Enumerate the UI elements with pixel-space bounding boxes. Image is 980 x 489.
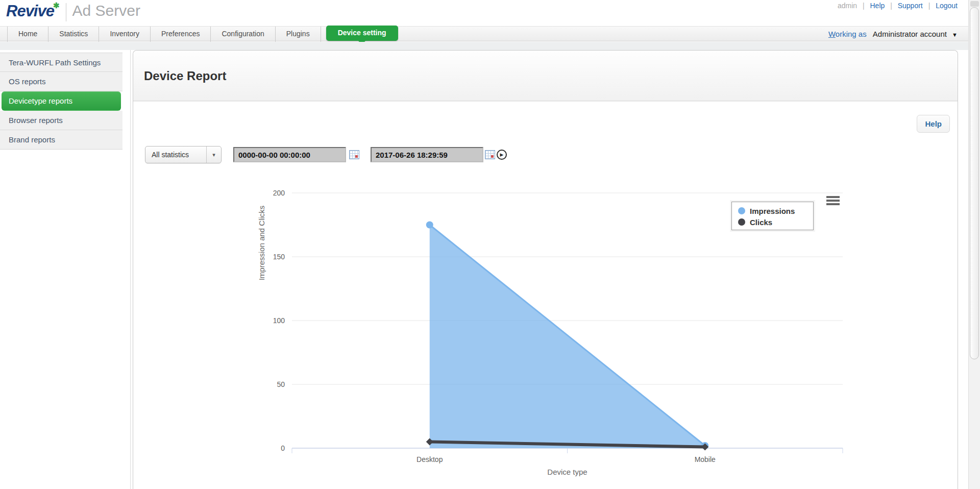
- tab-device-setting[interactable]: Device setting: [326, 26, 398, 41]
- user-links: admin | Help | Support | Logout: [838, 2, 958, 10]
- date-from-input[interactable]: [233, 147, 346, 162]
- revive-logo: Revive ✱ Ad Server: [6, 2, 140, 21]
- logo-product-text: Ad Server: [72, 2, 140, 19]
- logo-brand-text: Revive: [6, 2, 54, 20]
- support-link[interactable]: Support: [898, 2, 923, 10]
- sidebar-item-browser-reports[interactable]: Browser reports: [0, 111, 122, 130]
- calendar-icon[interactable]: [349, 150, 359, 159]
- caret-down-icon: ▾: [206, 146, 221, 163]
- tab-configuration[interactable]: Configuration: [211, 27, 275, 42]
- device-report-chart: 050100150200DesktopMobileDevice typeImpr…: [154, 187, 858, 488]
- legend-label: Clicks: [750, 218, 772, 227]
- logo-star-icon: ✱: [53, 1, 60, 10]
- logo-divider: [66, 3, 66, 21]
- svg-text:Impression and Clicks: Impression and Clicks: [257, 206, 266, 281]
- svg-text:100: 100: [273, 316, 285, 325]
- scrollbar-cap: [970, 1, 979, 7]
- run-report-icon[interactable]: ▶: [497, 150, 507, 160]
- sidebar-item-brand-reports[interactable]: Brand reports: [0, 130, 122, 150]
- statistics-select[interactable]: All statistics ▾: [145, 146, 222, 163]
- svg-text:Device type: Device type: [547, 468, 587, 476]
- filter-bar: All statistics ▾ ▶: [133, 146, 958, 166]
- page-scrollbar[interactable]: [968, 0, 980, 489]
- calendar-icon[interactable]: [485, 150, 495, 159]
- tab-preferences[interactable]: Preferences: [151, 27, 211, 42]
- date-to-input[interactable]: [371, 147, 483, 162]
- main-nav-tabbar: Home Statistics Inventory Preferences Co…: [0, 26, 980, 41]
- link-separator: |: [863, 2, 865, 10]
- working-as-control[interactable]: Working as Administrator account ▼: [828, 27, 958, 42]
- link-separator: |: [928, 2, 930, 10]
- help-link[interactable]: Help: [870, 2, 885, 10]
- sidebar-item-os-reports[interactable]: OS reports: [0, 72, 122, 91]
- sidebar-menu: Tera-WURFL Path Settings OS reports Devi…: [0, 53, 122, 150]
- working-as-link[interactable]: Working as: [828, 30, 867, 38]
- logout-link[interactable]: Logout: [936, 2, 958, 10]
- username-label: admin: [838, 2, 857, 10]
- sidebar: Tera-WURFL Path Settings OS reports Devi…: [0, 50, 131, 489]
- account-name-label: Administrator account: [873, 30, 947, 38]
- sidebar-item-devicetype-reports[interactable]: Devicetype reports: [2, 91, 121, 111]
- working-as-rest: orking as: [836, 30, 867, 38]
- page-title: Device Report: [144, 69, 226, 83]
- top-header: Revive ✱ Ad Server admin | Help | Suppor…: [0, 0, 980, 26]
- svg-text:50: 50: [277, 380, 285, 388]
- legend-item-impressions[interactable]: Impressions: [738, 205, 809, 216]
- svg-text:Mobile: Mobile: [695, 455, 716, 463]
- chart-menu-icon[interactable]: [826, 196, 840, 205]
- svg-text:Desktop: Desktop: [416, 455, 443, 463]
- legend-label: Impressions: [750, 207, 795, 215]
- content-top-strip: [0, 42, 980, 50]
- svg-text:0: 0: [281, 444, 285, 452]
- working-as-accesskey: W: [828, 30, 836, 38]
- tab-statistics[interactable]: Statistics: [48, 27, 99, 42]
- statistics-select-value: All statistics: [145, 146, 206, 163]
- tab-home[interactable]: Home: [7, 27, 48, 42]
- tab-inventory[interactable]: Inventory: [99, 27, 151, 42]
- device-report-screen: Revive ✱ Ad Server admin | Help | Suppor…: [0, 0, 980, 489]
- svg-text:150: 150: [273, 253, 285, 261]
- help-button[interactable]: Help: [917, 115, 950, 133]
- chart-canvas: 050100150200DesktopMobileDevice typeImpr…: [154, 187, 858, 488]
- link-separator: |: [890, 2, 892, 10]
- scrollbar-thumb[interactable]: [970, 7, 979, 359]
- tab-plugins[interactable]: Plugins: [276, 27, 321, 42]
- caret-down-icon: ▼: [952, 32, 958, 38]
- legend-item-clicks[interactable]: Clicks: [738, 216, 809, 228]
- chart-legend: Impressions Clicks: [731, 202, 814, 230]
- device-report-card: Device Report Help All statistics ▾ ▶ 05…: [133, 50, 958, 489]
- impressions-marker-icon: [738, 207, 745, 214]
- main-nav-tabs: Home Statistics Inventory Preferences Co…: [7, 27, 398, 42]
- sidebar-item-tera-wurfl-path-settings[interactable]: Tera-WURFL Path Settings: [0, 53, 122, 72]
- svg-text:200: 200: [273, 189, 285, 197]
- clicks-marker-icon: [738, 218, 745, 226]
- card-header: Device Report: [133, 51, 958, 101]
